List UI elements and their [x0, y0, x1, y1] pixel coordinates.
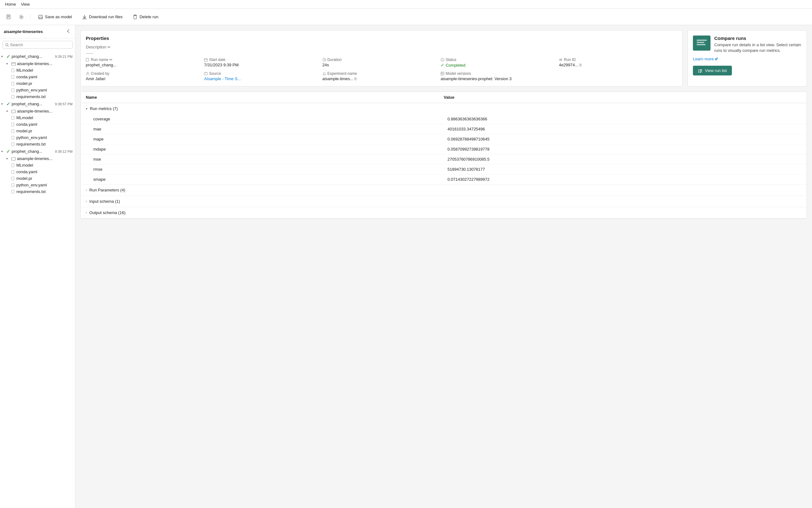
run-id-label: Run ID	[559, 57, 677, 62]
metric-name-mse: mse	[93, 157, 448, 162]
folder-label-3: aisample-timeries...	[17, 156, 73, 161]
metric-value-mape: 0.06928788498710645	[448, 137, 802, 141]
file-mlmodel-3[interactable]: MLmodel	[0, 162, 75, 169]
settings-icon-btn[interactable]	[16, 12, 27, 22]
source-label: Source	[204, 71, 322, 76]
file-requirements-3[interactable]: requirements.txt	[0, 188, 75, 195]
toolbar: Save as model Download run files Delete …	[0, 9, 812, 25]
source-value[interactable]: AIsample - Time S...	[204, 76, 322, 81]
file-icon	[11, 95, 15, 99]
copy-run-id-icon[interactable]: ⎘	[580, 63, 582, 67]
duration-label: Duration	[322, 57, 441, 62]
created-by-value: Amir Jafari	[86, 76, 204, 81]
run-item-2[interactable]: ▾ ✓ prophet_chang... 9:38:57 PM	[0, 100, 75, 108]
metric-row-coverage: coverage 0.8863636363636366	[81, 114, 807, 124]
edit-description-icon[interactable]: ✏	[107, 45, 110, 49]
file-requirements-1[interactable]: requirements.txt	[0, 93, 75, 100]
svg-rect-32	[86, 58, 89, 61]
run-folder-2[interactable]: ▾ aisample-timeries...	[0, 108, 75, 115]
run-id-value: 4e29974... ⎘	[559, 62, 677, 67]
file-icon	[11, 136, 15, 139]
metric-row-mdape: mdape 0.05870992739819778	[81, 144, 807, 154]
run-folder-1[interactable]: ▾ aisample-timeries...	[0, 60, 75, 67]
search-input[interactable]	[10, 42, 70, 47]
file-icon	[11, 190, 15, 194]
model-versions-label: Model versions	[441, 71, 677, 76]
menu-home[interactable]: Home	[2, 1, 18, 7]
prop-run-name: Run name ✏ prophet_chang...	[86, 57, 204, 68]
collapse-icon	[66, 29, 71, 33]
file-icon	[11, 123, 15, 126]
file-conda-1[interactable]: conda.yaml	[0, 74, 75, 80]
delete-run-button[interactable]: Delete run	[129, 12, 162, 22]
run-parameters-header[interactable]: › Run Parameters (4)	[81, 184, 807, 196]
file-icon	[11, 82, 15, 85]
input-schema-section: › Input schema (1)	[81, 196, 807, 207]
run-item-1[interactable]: ▾ ✓ prophet_chang... 9:39:21 PM	[0, 52, 75, 60]
external-link-icon	[715, 57, 718, 61]
svg-rect-6	[40, 15, 42, 16]
file-icon	[11, 142, 15, 146]
save-icon	[38, 14, 43, 19]
metric-name-coverage: coverage	[93, 117, 448, 121]
file-conda-2[interactable]: conda.yaml	[0, 121, 75, 128]
prop-experiment: Experiment name aisample-times... ⎘	[322, 71, 441, 81]
menu-bar: Home View	[0, 0, 812, 9]
content-area: Properties Description ✏ Run name ✏ prop	[76, 25, 812, 508]
svg-rect-14	[12, 62, 15, 66]
compare-runs-icon	[693, 36, 711, 51]
file-pythonenv-3[interactable]: python_env.yaml	[0, 182, 75, 188]
svg-rect-27	[12, 164, 14, 167]
file-mlmodel-2[interactable]: MLmodel	[0, 115, 75, 121]
run-item-3[interactable]: ▾ ✓ prophet_chang... 9:38:12 PM	[0, 147, 75, 155]
created-by-label: Created by	[86, 71, 204, 76]
view-run-list-button[interactable]: View run list	[693, 66, 732, 76]
file-pythonenv-1[interactable]: python_env.yaml	[0, 87, 75, 93]
model-version-link[interactable]: Version 3	[495, 76, 511, 81]
file-tree: ▾ ✓ prophet_chang... 9:39:21 PM ▾ aisamp…	[0, 51, 75, 196]
menu-view[interactable]: View	[18, 1, 32, 7]
svg-rect-56	[700, 72, 702, 73]
svg-rect-23	[12, 129, 14, 133]
list-chart-icon	[696, 38, 707, 48]
table-header: Name Value	[81, 92, 807, 103]
output-schema-header[interactable]: › Output schema (16)	[81, 207, 807, 218]
copy-experiment-icon[interactable]: ⎘	[355, 77, 357, 81]
learn-more-link[interactable]: Learn more	[693, 56, 802, 61]
run-timestamp-1: 9:39:21 PM	[55, 55, 73, 58]
run-name-label: Run name ✏	[86, 57, 204, 62]
file-mlmodel-1[interactable]: MLmodel	[0, 67, 75, 74]
start-date-label: Start date	[204, 57, 322, 62]
file-model-3[interactable]: model.pr	[0, 175, 75, 182]
chevron-down-icon: ▾	[6, 62, 10, 66]
file-pythonenv-2[interactable]: python_env.yaml	[0, 134, 75, 141]
chevron-right-icon: ›	[86, 188, 87, 192]
run-folder-3[interactable]: ▾ aisample-timeries...	[0, 155, 75, 162]
svg-rect-52	[700, 70, 702, 70]
document-icon	[86, 58, 90, 61]
sidebar-collapse-button[interactable]	[66, 28, 71, 35]
run-parameters-section: › Run Parameters (4)	[81, 184, 807, 196]
metric-row-rmse: rmse 51894730.13078177	[81, 164, 807, 174]
run-label-3: prophet_chang...	[12, 149, 54, 154]
experiment-value: aisample-times... ⎘	[322, 76, 441, 81]
save-as-model-button[interactable]: Save as model	[34, 12, 76, 22]
file-icon	[11, 183, 15, 187]
file-requirements-2[interactable]: requirements.txt	[0, 141, 75, 147]
download-run-files-button[interactable]: Download run files	[78, 12, 126, 22]
file-conda-3[interactable]: conda.yaml	[0, 169, 75, 175]
run-metrics-header[interactable]: ▾ Run metrics (7)	[81, 103, 807, 114]
folder-icon	[11, 157, 16, 161]
svg-rect-31	[12, 190, 14, 193]
status-icon	[441, 58, 444, 61]
file-model-2[interactable]: model.pr	[0, 128, 75, 134]
refresh-icon-btn[interactable]	[4, 12, 14, 22]
svg-rect-10	[134, 15, 136, 15]
person-icon	[86, 72, 90, 76]
file-model-1[interactable]: model.pr	[0, 80, 75, 87]
chevron-down-icon: ▾	[6, 110, 10, 113]
input-schema-header[interactable]: › Input schema (1)	[81, 196, 807, 207]
edit-run-name-icon[interactable]: ✏	[109, 57, 112, 62]
output-schema-label: Output schema (16)	[89, 210, 125, 215]
file-icon	[11, 170, 15, 174]
